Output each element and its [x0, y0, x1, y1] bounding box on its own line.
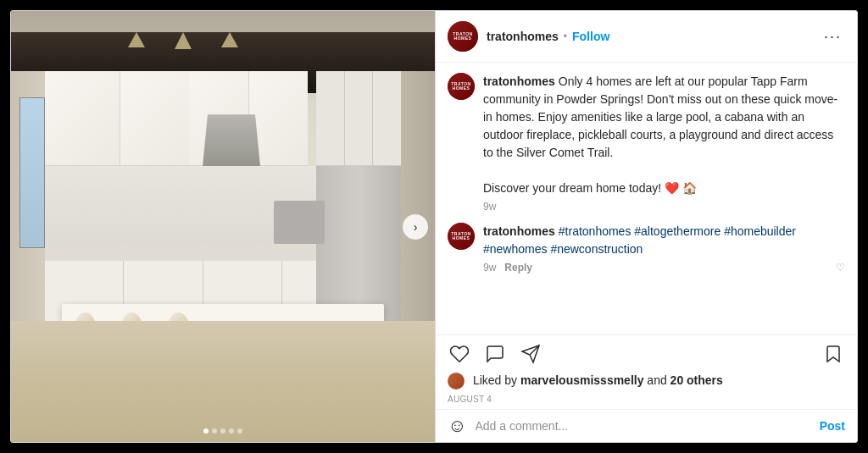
user-avatar: TRATONHOMES — [448, 21, 478, 52]
add-comment-area: ☺ Post — [436, 409, 857, 442]
bookmark-button[interactable] — [821, 342, 845, 366]
comment-button[interactable] — [483, 342, 507, 366]
heart-icon — [449, 344, 470, 364]
carousel-dot-1[interactable] — [203, 428, 209, 434]
caption-body: tratonhomesOnly 4 homes are left at our … — [483, 73, 845, 213]
bookmark-icon — [823, 344, 843, 364]
liker-avatar[interactable] — [448, 373, 465, 389]
share-button[interactable] — [519, 342, 542, 366]
comment-icon — [485, 344, 505, 364]
post-image-side: › — [11, 11, 435, 442]
like-button[interactable] — [448, 342, 471, 366]
carousel-dot-4[interactable] — [229, 428, 234, 434]
comment-like-icon[interactable]: ♡ — [836, 262, 845, 273]
post-content-side: TRATONHOMES tratonhomes • Follow ··· TRA… — [435, 11, 857, 442]
caption-avatar: TRATONHOMES — [448, 73, 475, 100]
others-count[interactable]: 20 others — [670, 373, 723, 387]
post-comments-area: TRATONHOMES tratonhomesOnly 4 homes are … — [436, 63, 857, 334]
carousel-dot-2[interactable] — [212, 428, 217, 434]
hashtag-comment-body: tratonhomes#tratonhomes #altogethermore … — [483, 223, 845, 273]
header-separator: • — [564, 30, 567, 42]
liker-name[interactable]: marvelousmisssmelly — [520, 373, 644, 387]
header-username[interactable]: tratonhomes — [487, 30, 559, 43]
hashtag-comment-meta: 9w Reply ♡ — [483, 262, 845, 273]
instagram-post: › TRATONHOMES tratonhomes • Follow ·· — [10, 10, 858, 443]
caption-text: tratonhomesOnly 4 homes are left at our … — [483, 73, 845, 197]
hashtag-comment-time: 9w — [483, 262, 496, 273]
hashtag-comment-avatar: TRATONHOMES — [448, 223, 475, 250]
post-actions — [436, 334, 857, 369]
post-image — [11, 11, 435, 442]
hashtag-comment-text: tratonhomes#tratonhomes #altogethermore … — [483, 223, 845, 258]
follow-button[interactable]: Follow — [572, 30, 609, 43]
hashtag-comment-block: TRATONHOMES tratonhomes#tratonhomes #alt… — [448, 223, 845, 273]
caption-meta: 9w — [483, 201, 845, 213]
caption-cta: Discover your dream home today! ❤️ 🏠 — [483, 181, 697, 195]
carousel-dot-3[interactable] — [220, 428, 225, 434]
share-icon — [520, 344, 541, 364]
carousel-dots — [203, 428, 242, 434]
more-options-button[interactable]: ··· — [821, 29, 845, 44]
caption-block: TRATONHOMES tratonhomesOnly 4 homes are … — [448, 73, 845, 213]
hashtag-commenter-name[interactable]: tratonhomes — [483, 224, 555, 238]
post-likes: Liked by marvelousmisssmelly and 20 othe… — [436, 369, 857, 393]
post-comment-button[interactable]: Post — [820, 419, 845, 433]
action-icons-row — [448, 342, 845, 366]
carousel-dot-5[interactable] — [237, 428, 242, 434]
caption-commenter-name[interactable]: tratonhomes — [483, 75, 555, 88]
comment-input[interactable] — [475, 419, 810, 433]
post-header: TRATONHOMES tratonhomes • Follow ··· — [436, 11, 857, 63]
header-user-info: tratonhomes • Follow — [487, 30, 812, 43]
carousel-next-button[interactable]: › — [403, 214, 428, 240]
emoji-button[interactable]: ☺ — [448, 417, 466, 435]
reply-button[interactable]: Reply — [504, 262, 532, 273]
post-date: AUGUST 4 — [436, 393, 857, 409]
caption-time: 9w — [483, 201, 496, 213]
likes-text: Liked by marvelousmisssmelly and 20 othe… — [473, 373, 723, 387]
